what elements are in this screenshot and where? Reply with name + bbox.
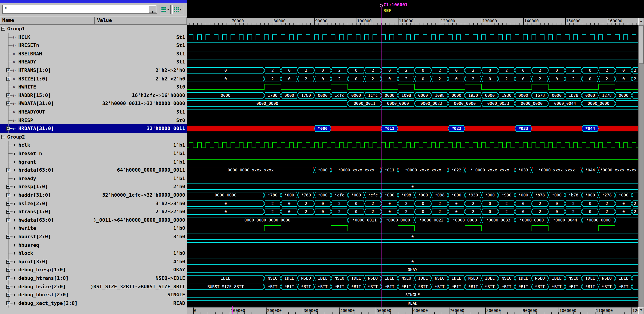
wave-row-debug_xact_type[2:0][interactable]: READ [187,299,638,308]
signal-row-debug_hburst[2:0][interactable]: +▮debug_hburst[2:0]SINGLE [0,291,187,299]
expand-icon[interactable]: + [6,168,10,172]
cursor-handle-icon[interactable] [380,4,383,7]
waveform-rows[interactable]: 0202020202020202020202020202020202020202… [187,0,638,314]
wave-row-haddr[31:0][interactable]: 0000_0000*780*000*780*000*cfc*000*cfc*00… [187,191,638,199]
expand-icon[interactable]: + [6,126,10,130]
bus-value-label: 0 [455,209,458,214]
wave-row-HREADY[interactable] [187,58,638,66]
expand-icon[interactable]: + [6,276,10,280]
expand-icon[interactable]: + [6,77,10,81]
expand-icon[interactable]: + [6,268,10,272]
signal-row-hreset_n[interactable]: ▮hreset_n1'b1 [0,149,187,158]
signal-row-HRESETn[interactable]: ▷HRESETnSt1 [0,41,187,50]
wave-row-HADDR[15:0][interactable]: 000017800000178000001cfc00001cfc00001098… [187,91,638,100]
wave-row-HTRANS[1:0][interactable]: 020202020202020202020202 [187,66,638,75]
wave-row-hclk[interactable] [187,141,638,150]
wave-row-hready[interactable] [187,174,638,183]
signal-row-hburst[2:0][interactable]: +▮hburst[2:0]3'h0 [0,232,187,241]
signal-row-debug_xact_type[2:0][interactable]: +▮debug_xact_type[2:0]READ [0,299,187,308]
expand-icon[interactable]: + [6,193,10,197]
signal-row-hbusreq[interactable]: ▮hbusreq [0,241,187,249]
signal-row-HREADYOUT[interactable]: ▷HREADYOUTSt1 [0,108,187,116]
wave-row-debug_htrans[1:0][interactable]: IDLENSEQIDLENSEQIDLENSEQIDLENSEQIDLENSEQ… [187,274,638,283]
wave-row-debug_hburst[2:0][interactable]: SINGLE [187,291,638,299]
wave-row-HRESETn[interactable] [187,41,638,50]
expand-icon[interactable]: + [6,68,10,72]
signal-row-HSIZE[1:0][interactable]: +▷HSIZE[1:0]2'h2->2'h0 [0,74,187,83]
wave-row-HSIZE[1:0][interactable]: 020202020202020202020202 [187,74,638,83]
scrollbar-thumb[interactable] [639,26,644,64]
wave-row-hreset_n[interactable] [187,149,638,158]
signal-row-debug_htrans[1:0][interactable]: +▮debug_htrans[1:0]NSEQ->IDLE [0,274,187,283]
expand-icon[interactable]: + [6,285,10,289]
wave-row-debug_hresp[1:0][interactable]: OKAY [187,266,638,274]
scroll-up-button[interactable]: ▲ [638,18,644,25]
wave-row-HREADYOUT[interactable] [187,108,638,116]
wave-row-hbusreq[interactable] [187,241,638,249]
signal-row-HREADY[interactable]: ▷HREADYSt1 [0,58,187,66]
signal-row-hlock[interactable]: ▮hlock1'b0 [0,249,187,258]
wave-row-hwdata[63:0][interactable]: 0000_0000_0000_0000*0000_0011*0000_0000*… [187,216,638,224]
bus-value-label: 2 [472,209,474,214]
signal-row-haddr[31:0][interactable]: +▮haddr[31:0]32'h0000_1cfc->32'h0000_000… [0,191,187,199]
signal-row-Group2[interactable]: −Group2 [0,133,187,141]
vertical-scrollbar[interactable]: ▲ ▼ [638,18,644,314]
wave-row-hsize[2:0][interactable]: 020202020202020202020202 [187,199,638,208]
signal-row-HTRANS[1:0][interactable]: +▷HTRANS[1:0]2'h2->2'h0 [0,66,187,75]
wave-row-hwrite[interactable] [187,224,638,233]
wave-row-hrdata[63:0][interactable]: 0000_0000_xxxx_xxxx*000*0000_xxxx_xxxx*0… [187,166,638,174]
signal-row-hready[interactable]: ▮hready1'b1 [0,174,187,183]
signal-row-hprot[3:0][interactable]: +▮hprot[3:0]4'h0 [0,258,187,266]
expand-icon[interactable]: + [6,293,10,297]
signal-row-Group1[interactable]: −Group1 [0,24,187,33]
expand-icon[interactable]: + [6,93,10,97]
cursor-line[interactable] [381,7,382,307]
wave-row-hgrant[interactable] [187,158,638,166]
expand-icon[interactable]: + [6,102,10,106]
signal-row-hwdata[63:0][interactable]: +▮hwdata[63:0])_0011->64'h0000_0000_0000… [0,216,187,224]
wave-row-H​RDATA[31:0][interactable]: *000*011*022*033*044 [187,124,638,133]
signal-row-HADDR[15:0][interactable]: +▷HADDR[15:0]16'h1cfc->16'h0000 [0,91,187,100]
wave-row-HSELBRAM[interactable] [187,50,638,58]
wave-row-HWRITE[interactable] [187,83,638,91]
signal-row-HCLK[interactable]: ▷HCLKSt1 [0,33,187,41]
signal-row-debug_hsize[2:0][interactable]: +▮debug_hsize[2:0])RST_SIZE_32BIT->BURST… [0,282,187,291]
signal-row-HRESP[interactable]: ▷HRESPSt0 [0,116,187,124]
collapse-icon[interactable]: − [1,27,5,31]
signal-row-HSELBRAM[interactable]: ▷HSELBRAMSt1 [0,50,187,58]
scroll-down-button[interactable]: ▼ [638,307,644,314]
collapse-icon[interactable]: − [1,135,5,139]
bus-value-label: 2 [505,209,508,214]
expand-icon[interactable]: + [6,185,10,189]
signal-row-HWDATA[31:0][interactable]: +▷HWDATA[31:0]32'h0000_0011->32'h0000_00… [0,99,187,108]
wave-row-hresp[1:0][interactable]: 0 [187,183,638,191]
wave-row-htrans[1:0][interactable]: 020202020202020202020202 [187,207,638,216]
bus-value-label: 0 [288,201,290,206]
signal-row-hsize[2:0][interactable]: +▮hsize[2:0]3'h2->3'h0 [0,199,187,208]
expand-icon[interactable]: + [6,235,10,239]
signal-row-hresp[1:0][interactable]: +▮hresp[1:0]2'h0 [0,183,187,191]
expand-icon[interactable]: + [6,210,10,214]
wave-row-hburst[2:0][interactable]: 0 [187,232,638,241]
signal-row-hrdata[63:0][interactable]: +▮hrdata[63:0]64'h0000_0000_0000_0011 [0,166,187,174]
expand-icon[interactable]: + [6,260,10,264]
wave-row-debug_hsize[2:0][interactable]: BURST_SIZE_8BIT*BIT*BIT*BIT*BIT*BIT*BIT*… [187,282,638,291]
signal-row-hgrant[interactable]: ▮hgrant1'b1 [0,158,187,166]
scrollbar-track[interactable] [638,25,644,307]
wave-row-hprot[3:0][interactable]: 0 [187,258,638,266]
wave-row-HRESP[interactable] [187,116,638,124]
up-arrow-icon: ▲ [639,18,644,24]
expand-icon[interactable]: + [6,218,10,222]
signal-row-hclk[interactable]: ▮hclk1'b1 [0,141,187,150]
signal-row-htrans[1:0][interactable]: +▮htrans[1:0]2'h2->2'h0 [0,207,187,216]
wave-row-hlock[interactable] [187,249,638,258]
signal-row-H​RDATA[31:0][interactable]: +▷H​RDATA[31:0]32'h0000_0011 [0,124,187,133]
signal-row-HWRITE[interactable]: ▷HWRITESt0 [0,83,187,91]
signal-row-debug_hresp[1:0][interactable]: +▮debug_hresp[1:0]OKAY [0,266,187,274]
wave-row-HCLK[interactable] [187,33,638,41]
wave-row-HWDATA[31:0][interactable]: 0000_00000000_00110000_00000000_00220000… [187,99,638,108]
signal-row-hwrite[interactable]: ▮hwrite1'b0 [0,224,187,233]
expand-icon[interactable]: + [6,201,10,205]
expand-icon[interactable]: + [6,301,10,305]
global-time-ruler[interactable]: 0100000200000300000400000500000600000700… [187,307,638,314]
